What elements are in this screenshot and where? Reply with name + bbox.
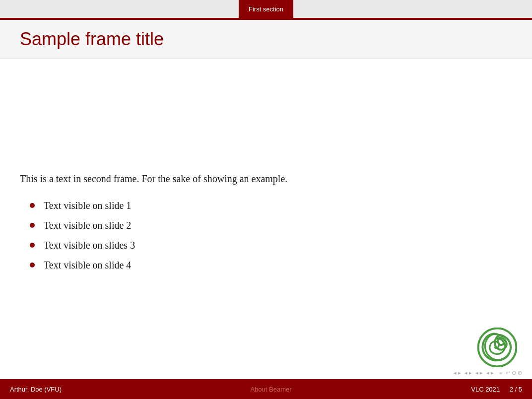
bullet-dot-icon bbox=[30, 243, 35, 248]
top-nav-bar: First section bbox=[0, 0, 532, 18]
footer: Arthur, Doe (VFU) About Beamer VLC 2021 … bbox=[0, 379, 532, 399]
nav-arrow-right1[interactable]: ▸ bbox=[458, 370, 461, 376]
bullet-list: Text visible on slide 1 Text visible on … bbox=[20, 198, 512, 277]
footer-author: Arthur, Doe (VFU) bbox=[0, 386, 187, 393]
nav-right-empty bbox=[293, 0, 532, 18]
nav-arrow-left1[interactable]: ◂ bbox=[454, 370, 457, 376]
main-text: This is a text in second frame. For the … bbox=[20, 171, 512, 186]
nav-arrow-left3[interactable]: ◂ bbox=[475, 370, 478, 376]
list-item: Text visible on slide 4 bbox=[30, 258, 512, 272]
nav-zoom-icon[interactable]: ⊕ bbox=[518, 370, 522, 376]
nav-arrow-right4[interactable]: ▸ bbox=[491, 370, 494, 376]
list-item: Text visible on slide 2 bbox=[30, 218, 512, 233]
logo-area bbox=[477, 328, 517, 369]
title-area: Sample frame title bbox=[0, 20, 532, 59]
nav-back-icon[interactable]: ↩ bbox=[506, 370, 510, 376]
footer-slide-info: VLC 2021 2 / 5 bbox=[355, 386, 532, 393]
nav-arrow-right2[interactable]: ▸ bbox=[469, 370, 472, 376]
nav-left-empty bbox=[0, 0, 239, 18]
footer-event: VLC 2021 bbox=[471, 386, 500, 393]
list-item: Text visible on slides 3 bbox=[30, 238, 512, 253]
nav-arrow-left4[interactable]: ◂ bbox=[486, 370, 489, 376]
slide-title: Sample frame title bbox=[20, 29, 512, 50]
overture-logo-icon bbox=[477, 328, 517, 367]
active-section-label: First section bbox=[239, 0, 293, 18]
bullet-dot-icon bbox=[30, 203, 35, 208]
nav-controls-area: ◂ ▸ ◂ ▸ ◂ ▸ ◂ ▸ ≡ ↩ ⊙ ⊕ bbox=[454, 370, 522, 376]
list-item: Text visible on slide 1 bbox=[30, 198, 512, 213]
nav-arrow-left2[interactable]: ◂ bbox=[465, 370, 467, 376]
nav-search-icon[interactable]: ⊙ bbox=[512, 370, 516, 376]
footer-slide-number: 2 / 5 bbox=[510, 386, 522, 393]
nav-arrow-right3[interactable]: ▸ bbox=[480, 370, 483, 376]
bullet-text-2: Text visible on slide 2 bbox=[44, 218, 131, 233]
footer-topic: About Beamer bbox=[187, 386, 354, 393]
slide-container: First section Sample frame title This is… bbox=[0, 0, 532, 399]
footer-separator bbox=[504, 386, 506, 393]
bullet-dot-icon bbox=[30, 263, 35, 267]
bullet-text-1: Text visible on slide 1 bbox=[44, 198, 131, 213]
main-content: This is a text in second frame. For the … bbox=[0, 59, 532, 379]
bullet-dot-icon bbox=[30, 223, 35, 228]
bullet-text-3: Text visible on slides 3 bbox=[44, 238, 135, 253]
bullet-text-4: Text visible on slide 4 bbox=[44, 258, 131, 272]
nav-menu-icon[interactable]: ≡ bbox=[499, 370, 502, 376]
